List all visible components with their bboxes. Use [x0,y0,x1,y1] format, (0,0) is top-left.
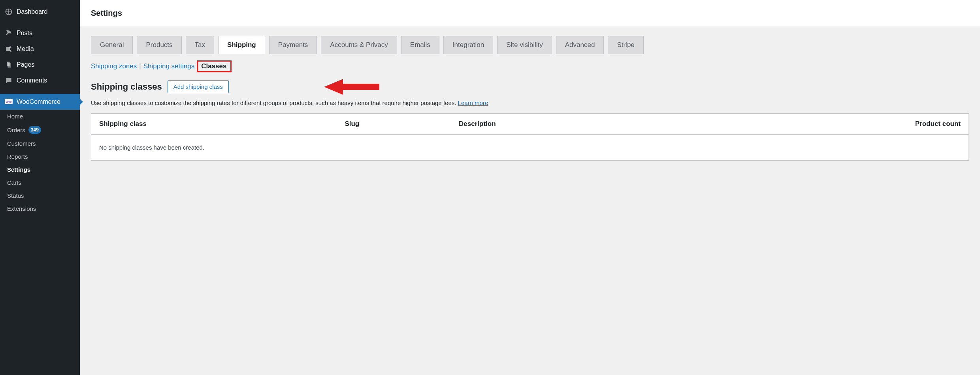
dashboard-icon [5,8,13,16]
sidebar-sub-extensions[interactable]: Extensions [0,202,80,215]
tab-general[interactable]: General [91,36,133,54]
shipping-subnav: Shipping zones | Shipping settings Class… [91,60,969,72]
table-row-empty: No shipping classes have been created. [91,135,969,161]
subnav-shipping-zones[interactable]: Shipping zones [91,62,137,70]
learn-more-link[interactable]: Learn more [458,99,488,106]
sidebar-item-media[interactable]: Media [0,41,80,57]
add-shipping-class-button[interactable]: Add shipping class [168,80,229,93]
sidebar-item-pages[interactable]: Pages [0,57,80,73]
tab-shipping[interactable]: Shipping [218,36,265,54]
tab-emails[interactable]: Emails [401,36,439,54]
sidebar-sub-reports[interactable]: Reports [0,150,80,163]
col-description: Description [451,114,837,135]
sidebar-item-posts[interactable]: Posts [0,25,80,41]
subnav-shipping-settings[interactable]: Shipping settings [143,62,194,70]
sidebar-item-label: Pages [17,61,34,68]
tab-site-visibility[interactable]: Site visibility [497,36,552,54]
tab-stripe[interactable]: Stripe [608,36,643,54]
sidebar-sub-label: Reports [7,153,28,160]
subnav-classes-highlighted[interactable]: Classes [197,60,232,72]
shipping-classes-table: Shipping class Slug Description Product … [91,113,969,161]
svg-point-0 [9,46,11,48]
empty-state-text: No shipping classes have been created. [91,135,969,161]
tab-integration[interactable]: Integration [443,36,493,54]
pages-icon [5,61,13,69]
sidebar-item-label: Comments [17,77,47,84]
subnav-separator: | [139,62,141,70]
sidebar-item-label: Posts [17,30,32,37]
sidebar-sub-label: Carts [7,179,21,186]
tab-products[interactable]: Products [137,36,181,54]
main-content: Settings General Products Tax Shipping P… [80,0,980,375]
sidebar-sub-label: Orders [7,127,25,133]
sidebar-sub-label: Customers [7,140,36,147]
page-title: Settings [91,9,969,18]
svg-text:Woo: Woo [6,100,11,103]
comment-icon [5,77,13,84]
sidebar-sub-customers[interactable]: Customers [0,137,80,150]
tab-accounts-privacy[interactable]: Accounts & Privacy [321,36,397,54]
sidebar-sub-home[interactable]: Home [0,110,80,123]
tab-tax[interactable]: Tax [186,36,214,54]
sidebar-item-label: Dashboard [17,8,47,15]
sidebar-sub-carts[interactable]: Carts [0,176,80,189]
col-shipping-class: Shipping class [91,114,337,135]
sidebar-item-comments[interactable]: Comments [0,73,80,88]
description-text: Use shipping classes to customize the sh… [91,99,458,106]
col-slug: Slug [337,114,451,135]
sidebar-sub-label: Home [7,113,23,120]
sidebar-sub-settings[interactable]: Settings [0,163,80,176]
sidebar-item-label: Media [17,45,34,52]
woo-icon: Woo [5,98,13,106]
sidebar-sub-label: Settings [7,166,30,173]
tab-payments[interactable]: Payments [269,36,317,54]
sidebar-sub-status[interactable]: Status [0,189,80,202]
settings-tabs: General Products Tax Shipping Payments A… [91,36,969,54]
col-product-count: Product count [837,114,969,135]
annotation-arrow-icon [324,77,379,97]
topbar: Settings [80,0,980,26]
sidebar-sub-label: Status [7,192,24,199]
heading-row: Shipping classes Add shipping class [91,80,969,93]
admin-sidebar: Dashboard Posts Media Pages Comments [0,0,80,375]
section-description: Use shipping classes to customize the sh… [91,99,969,106]
sidebar-item-label: WooCommerce [17,98,60,105]
tab-advanced[interactable]: Advanced [556,36,604,54]
pin-icon [5,29,13,37]
media-icon [5,45,13,53]
section-heading: Shipping classes [91,82,162,92]
sidebar-item-dashboard[interactable]: Dashboard [0,4,80,20]
sidebar-sub-orders[interactable]: Orders 349 [0,123,80,137]
orders-count-badge: 349 [28,126,41,134]
sidebar-sub-label: Extensions [7,205,36,212]
sidebar-item-woocommerce[interactable]: Woo WooCommerce [0,94,80,110]
